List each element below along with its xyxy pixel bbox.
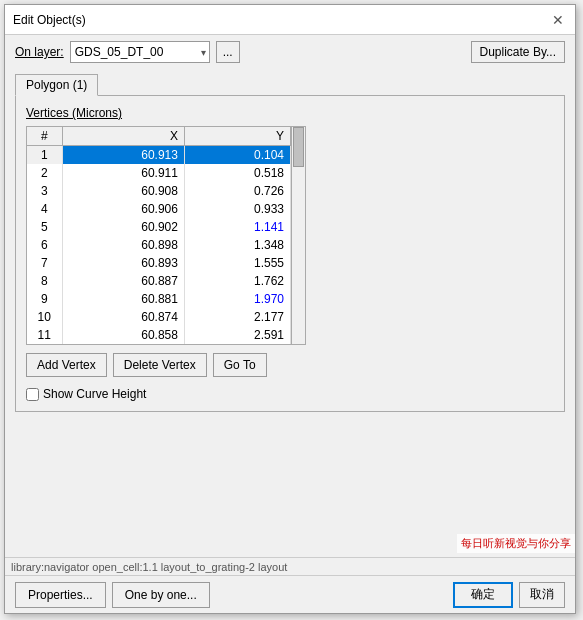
status-bar: library:navigator open_cell:1.1 layout_t… [5,557,575,575]
cell-num: 3 [27,182,62,200]
table-row[interactable]: 560.9021.141 [27,218,291,236]
layer-label: On layer: [15,45,64,59]
cell-num: 10 [27,308,62,326]
vertices-table: # X Y 160.9130.104260.9110.518360.9080.7… [27,127,291,344]
layer-section: On layer: GDS_05_DT_00 ▾ ... [15,41,240,63]
table-inner[interactable]: # X Y 160.9130.104260.9110.518360.9080.7… [27,127,291,344]
tab-polygon[interactable]: Polygon (1) [15,74,98,96]
scrollbar[interactable] [291,127,305,344]
cell-x: 60.858 [62,326,184,344]
one-by-one-button[interactable]: One by one... [112,582,210,608]
cell-y: 0.933 [184,200,290,218]
go-to-button[interactable]: Go To [213,353,267,377]
cell-num: 6 [27,236,62,254]
cell-x: 60.906 [62,200,184,218]
cell-y: 1.555 [184,254,290,272]
ellipsis-button[interactable]: ... [216,41,240,63]
layer-dropdown[interactable]: GDS_05_DT_00 [70,41,210,63]
table-row[interactable]: 760.8931.555 [27,254,291,272]
cell-num: 11 [27,326,62,344]
duplicate-by-button[interactable]: Duplicate By... [471,41,565,63]
add-vertex-button[interactable]: Add Vertex [26,353,107,377]
cell-x: 60.908 [62,182,184,200]
cell-y: 2.177 [184,308,290,326]
cell-num: 1 [27,146,62,165]
toolbar-row: On layer: GDS_05_DT_00 ▾ ... Duplicate B… [5,35,575,69]
cell-y: 0.518 [184,164,290,182]
show-curve-height-checkbox[interactable] [26,388,39,401]
cell-y: 1.970 [184,290,290,308]
cell-num: 9 [27,290,62,308]
edit-objects-dialog: Edit Object(s) ✕ On layer: GDS_05_DT_00 … [4,4,576,614]
dialog-title: Edit Object(s) [13,13,86,27]
show-curve-height-label[interactable]: Show Curve Height [43,387,146,401]
layer-dropdown-wrapper: GDS_05_DT_00 ▾ [70,41,210,63]
cell-num: 8 [27,272,62,290]
tab-bar: Polygon (1) [5,69,575,95]
vertices-section-title: Vertices (Microns) [26,106,554,120]
table-row[interactable]: 160.9130.104 [27,146,291,165]
action-buttons-row: Add Vertex Delete Vertex Go To [26,353,554,377]
table-row[interactable]: 1160.8582.591 [27,326,291,344]
cell-y: 2.591 [184,326,290,344]
ok-button[interactable]: 确定 [453,582,513,608]
cell-y: 0.104 [184,146,290,165]
cell-x: 60.898 [62,236,184,254]
footer-left: Properties... One by one... [15,582,210,608]
cell-y: 1.141 [184,218,290,236]
show-curve-height-row: Show Curve Height [26,387,554,401]
footer-right: 确定 取消 [453,582,565,608]
cell-num: 2 [27,164,62,182]
close-button[interactable]: ✕ [549,11,567,29]
table-row[interactable]: 260.9110.518 [27,164,291,182]
watermark: 每日听新视觉与你分享 [457,534,575,553]
col-header-x: X [62,127,184,146]
table-row[interactable]: 860.8871.762 [27,272,291,290]
col-header-num: # [27,127,62,146]
cancel-button[interactable]: 取消 [519,582,565,608]
cell-num: 4 [27,200,62,218]
table-row[interactable]: 360.9080.726 [27,182,291,200]
cell-x: 60.902 [62,218,184,236]
table-header: # X Y [27,127,291,146]
cell-num: 7 [27,254,62,272]
footer: Properties... One by one... 确定 取消 [5,575,575,613]
cell-x: 60.913 [62,146,184,165]
col-header-y: Y [184,127,290,146]
cell-x: 60.887 [62,272,184,290]
cell-x: 60.911 [62,164,184,182]
table-row[interactable]: 1060.8742.177 [27,308,291,326]
cell-y: 1.348 [184,236,290,254]
table-row[interactable]: 660.8981.348 [27,236,291,254]
delete-vertex-button[interactable]: Delete Vertex [113,353,207,377]
table-row[interactable]: 960.8811.970 [27,290,291,308]
cell-y: 1.762 [184,272,290,290]
cell-x: 60.881 [62,290,184,308]
title-bar: Edit Object(s) ✕ [5,5,575,35]
table-scroll-wrapper: # X Y 160.9130.104260.9110.518360.9080.7… [27,127,305,344]
scrollbar-thumb[interactable] [293,127,304,167]
cell-num: 5 [27,218,62,236]
properties-button[interactable]: Properties... [15,582,106,608]
cell-y: 0.726 [184,182,290,200]
table-row[interactable]: 460.9060.933 [27,200,291,218]
vertices-table-container: # X Y 160.9130.104260.9110.518360.9080.7… [26,126,306,345]
cell-x: 60.874 [62,308,184,326]
tab-content: Vertices (Microns) # X Y 160.9130 [15,95,565,412]
cell-x: 60.893 [62,254,184,272]
